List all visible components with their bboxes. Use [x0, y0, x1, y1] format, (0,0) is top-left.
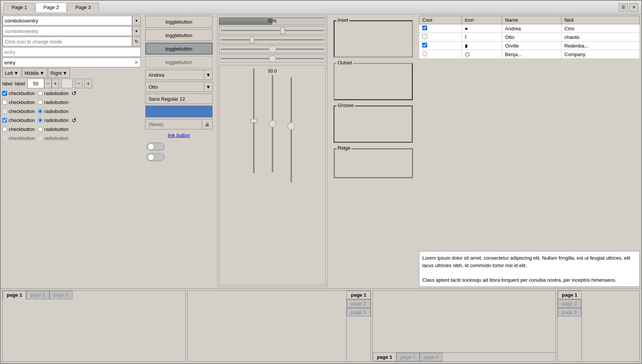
cell-cool-1[interactable]	[419, 24, 462, 33]
align-middle-combo[interactable]: Middle ▼	[22, 68, 47, 78]
row4-cool[interactable]	[422, 51, 427, 56]
color-plus[interactable]: +	[85, 79, 92, 88]
check3-label[interactable]: checkbutton	[2, 108, 35, 114]
nb1-tab1[interactable]: page 1	[3, 291, 26, 299]
h-slider-row3[interactable]	[219, 45, 326, 53]
check1[interactable]	[2, 91, 7, 96]
v-sliders-area: 50.0	[219, 65, 326, 285]
nb2-tab3[interactable]: page 3	[347, 308, 370, 316]
switch2[interactable]	[147, 153, 165, 161]
check1-label[interactable]: checkbutton	[2, 91, 35, 96]
h-slider-row1[interactable]	[219, 26, 326, 34]
check3[interactable]	[2, 109, 7, 114]
nb4-tab3[interactable]: page 3	[558, 308, 581, 316]
font-button[interactable]: Sans Regular 12	[145, 94, 213, 104]
check2-label[interactable]: checkbutton	[2, 100, 35, 105]
clear-button[interactable]: ✕	[132, 58, 140, 67]
combobox2[interactable]: ▼	[2, 26, 141, 36]
nb3-tab1[interactable]: page 1	[373, 353, 396, 361]
col-cool[interactable]: Cool	[419, 16, 462, 24]
menu-button[interactable]: ☰	[619, 3, 628, 12]
outset-frame	[334, 63, 413, 100]
align-right-combo[interactable]: Right ▼	[48, 68, 70, 78]
search-input[interactable]	[3, 37, 132, 46]
v-track3[interactable]	[290, 77, 292, 182]
togglebtn1[interactable]: togglebutton	[145, 16, 213, 28]
nb2-tab1[interactable]: page 1	[347, 291, 370, 299]
radio1-label[interactable]: radiobutton	[38, 91, 69, 96]
search-row[interactable]: ↻	[2, 37, 141, 46]
inset-frame	[334, 20, 413, 58]
row2-cool[interactable]	[422, 34, 427, 39]
radio4-label[interactable]: radiobutton	[38, 117, 69, 123]
col-name[interactable]: Name	[502, 16, 561, 24]
check2[interactable]	[2, 100, 7, 105]
radio1[interactable]	[38, 91, 43, 96]
color-minus[interactable]: −	[75, 79, 82, 88]
radio6[interactable]	[38, 136, 43, 141]
radio4[interactable]	[38, 118, 43, 123]
h-slider-row4[interactable]	[219, 54, 326, 62]
link-btn-container: link button	[145, 131, 213, 140]
dropdown2[interactable]: Otto ▼	[145, 82, 213, 92]
color-box1[interactable]	[61, 79, 73, 88]
row3-cool[interactable]	[422, 43, 427, 48]
combobox1-arrow[interactable]: ▼	[132, 16, 140, 25]
link-button[interactable]: link button	[166, 131, 191, 140]
radio5-label[interactable]: radiobutton	[38, 126, 69, 132]
cell-cool-4[interactable]	[419, 50, 462, 59]
check4[interactable]	[2, 118, 7, 123]
radio2[interactable]	[38, 100, 43, 105]
notebook3-content	[373, 291, 556, 352]
color-bar[interactable]	[145, 105, 213, 117]
tab-page2[interactable]: Page 2	[36, 3, 67, 12]
radio3[interactable]	[38, 109, 43, 114]
togglebtn3[interactable]: togglebutton	[145, 43, 213, 55]
check5-label[interactable]: checkbutton	[2, 126, 35, 132]
nb4-tab2[interactable]: page 2	[558, 299, 581, 308]
nb3-tab3[interactable]: page 3	[420, 353, 443, 361]
col-icon[interactable]: Icon	[462, 16, 502, 24]
align-left-combo[interactable]: Left ▼	[2, 68, 21, 78]
radio5[interactable]	[38, 127, 43, 132]
togglebtn4[interactable]: togglebutton	[145, 56, 213, 68]
check4-label[interactable]: checkbutton	[2, 117, 35, 123]
none-row[interactable]: (None) 🖨	[145, 119, 213, 129]
v-track2[interactable]	[272, 75, 273, 172]
radio2-label[interactable]: radiobutton	[38, 100, 69, 105]
check5[interactable]	[2, 127, 7, 132]
tab-page1[interactable]: Page 1	[4, 3, 35, 12]
combobox1-input[interactable]	[3, 16, 132, 25]
togglebtn2[interactable]: togglebutton	[145, 29, 213, 41]
nb1-tab2[interactable]: page 2	[26, 291, 49, 299]
radio3-label[interactable]: radiobutton	[38, 108, 69, 114]
check6-label[interactable]: checkbutton	[2, 135, 35, 141]
dropdown1-arrow[interactable]: ▼	[204, 70, 212, 80]
combobox1[interactable]: ▼	[2, 16, 141, 25]
col-nick[interactable]: Nick	[561, 16, 639, 24]
radio6-label[interactable]: radiobutton	[38, 135, 69, 141]
switch1[interactable]	[147, 143, 165, 151]
row1-cool[interactable]	[422, 25, 427, 30]
dropdown1[interactable]: Andrea ▼	[145, 70, 213, 80]
cell-cool-2[interactable]	[419, 33, 462, 42]
v-track1[interactable]	[253, 68, 255, 173]
nb4-tab1[interactable]: page 1	[558, 291, 581, 299]
image-icon[interactable]: 🖨	[202, 119, 212, 129]
spinner-plus[interactable]: +	[52, 79, 59, 88]
dropdown2-arrow[interactable]: ▼	[204, 82, 212, 92]
nb2-tab2[interactable]: page 2	[347, 299, 370, 308]
combobox2-arrow[interactable]: ▼	[132, 27, 140, 36]
search-mode-btn[interactable]: ↻	[132, 37, 140, 46]
tab-page3[interactable]: Page 3	[67, 3, 98, 12]
nb1-tab3[interactable]: page 3	[49, 291, 73, 299]
spinner-minus[interactable]: −	[44, 79, 52, 88]
h-slider-row2[interactable]	[219, 36, 326, 44]
combobox2-input[interactable]	[3, 26, 132, 36]
entry-with-clear[interactable]: entry ✕	[2, 58, 141, 67]
check6[interactable]	[2, 136, 7, 141]
cell-cool-3[interactable]	[419, 42, 462, 50]
close-button[interactable]: ✕	[629, 3, 638, 12]
nb3-tab2[interactable]: page 2	[396, 353, 420, 361]
spinner-input[interactable]	[27, 79, 44, 88]
